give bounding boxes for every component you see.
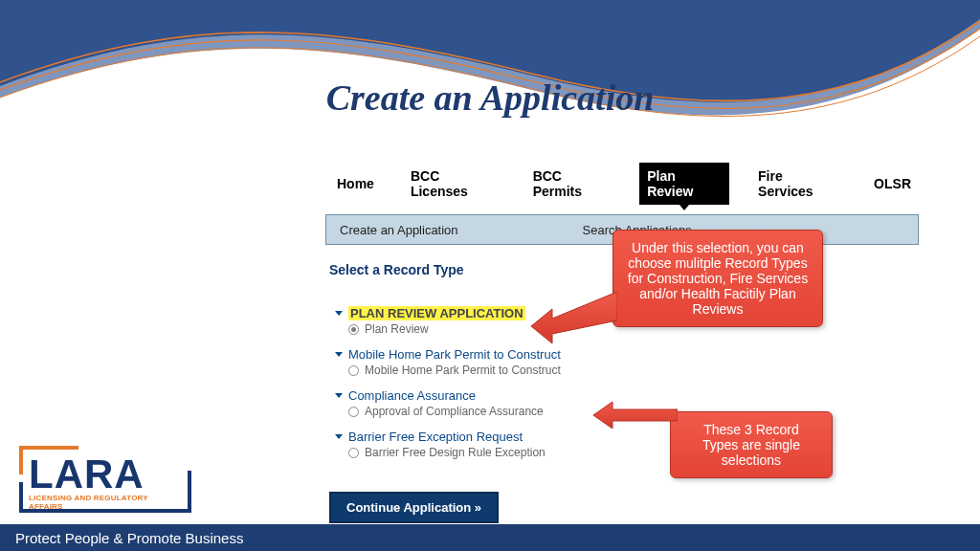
option-mobile-home[interactable]: Mobile Home Park Permit to Construct <box>348 364 919 377</box>
callout-multiple-record-types: Under this selection, you can choose mul… <box>612 230 823 327</box>
arrow-icon <box>531 292 617 344</box>
option-label: Plan Review <box>365 322 429 336</box>
tab-bcc-permits[interactable]: BCC Permits <box>525 163 619 205</box>
footer-text: Protect People & Promote Business <box>15 530 243 546</box>
tab-bcc-licenses[interactable]: BCC Licenses <box>403 163 504 205</box>
caret-down-icon <box>335 434 343 439</box>
arrow-icon <box>593 400 678 430</box>
option-label: Mobile Home Park Permit to Construct <box>365 364 561 377</box>
option-label: Approval of Compliance Assurance <box>365 405 544 418</box>
svg-marker-1 <box>593 402 678 429</box>
logo-text: LARA <box>29 452 182 497</box>
tab-olsr[interactable]: OLSR <box>866 170 919 197</box>
footer-bar: Protect People & Promote Business <box>0 524 980 551</box>
tab-plan-review[interactable]: Plan Review <box>639 163 729 205</box>
svg-marker-0 <box>531 292 617 343</box>
option-label: Barrier Free Design Rule Exception <box>365 446 546 459</box>
subnav-create[interactable]: Create an Application <box>340 223 458 237</box>
page-title: Create an Application <box>0 77 980 119</box>
radio-icon <box>348 365 359 376</box>
group-label: PLAN REVIEW APPLICATION <box>348 306 525 320</box>
radio-icon <box>348 448 359 458</box>
caret-down-icon <box>335 311 343 316</box>
caret-down-icon <box>335 393 343 398</box>
tab-fire-services[interactable]: Fire Services <box>750 163 845 205</box>
callout-single-selections: These 3 Record Types are single selectio… <box>670 411 833 478</box>
group-mobile-home: Mobile Home Park Permit to Construct Mob… <box>335 347 919 377</box>
lara-logo: LARA LICENSING AND REGULATORY AFFAIRS <box>19 446 191 513</box>
tab-home[interactable]: Home <box>329 170 382 197</box>
group-head[interactable]: Mobile Home Park Permit to Construct <box>335 347 919 362</box>
caret-down-icon <box>335 352 343 357</box>
option-barrier-free[interactable]: Barrier Free Design Rule Exception <box>348 446 919 459</box>
group-label: Compliance Assurance <box>348 388 476 403</box>
group-label: Barrier Free Exception Request <box>348 430 523 444</box>
continue-button[interactable]: Continue Application » <box>329 492 499 523</box>
radio-icon <box>348 407 359 417</box>
group-label: Mobile Home Park Permit to Construct <box>348 347 561 362</box>
main-tabs: Home BCC Licenses BCC Permits Plan Revie… <box>325 163 919 205</box>
radio-icon <box>348 324 359 335</box>
